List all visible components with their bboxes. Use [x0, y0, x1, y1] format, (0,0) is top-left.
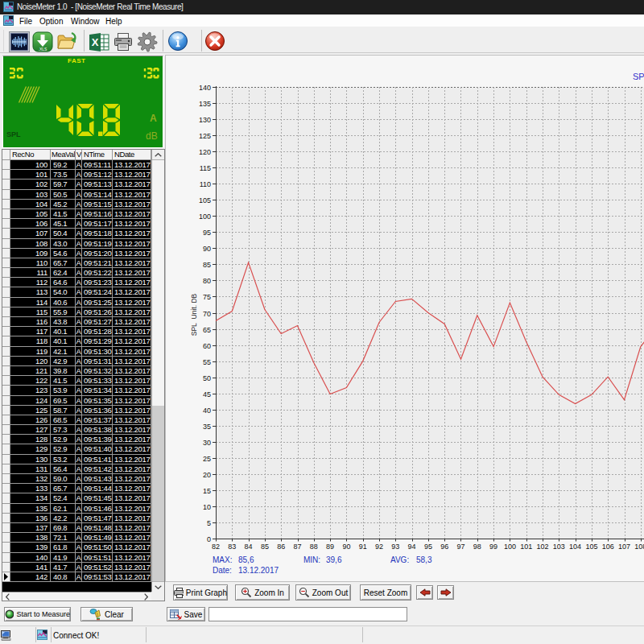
svg-text:75: 75 — [203, 293, 211, 301]
svg-text:115: 115 — [200, 164, 211, 172]
svg-text:30: 30 — [203, 439, 211, 447]
svg-text:25: 25 — [203, 455, 211, 463]
svg-text:65: 65 — [203, 326, 211, 334]
svg-text:91: 91 — [359, 543, 367, 551]
svg-text:80: 80 — [203, 277, 211, 285]
svg-text:83: 83 — [228, 543, 236, 551]
svg-text:10: 10 — [203, 503, 211, 511]
svg-text:105: 105 — [585, 543, 597, 551]
svg-text:99: 99 — [489, 543, 497, 551]
svg-text:130: 130 — [199, 116, 211, 124]
svg-text:135: 135 — [199, 100, 211, 108]
svg-text:105: 105 — [199, 196, 211, 204]
svg-text:110: 110 — [200, 180, 211, 188]
svg-text:70: 70 — [203, 310, 211, 318]
svg-text:84: 84 — [245, 543, 253, 551]
svg-text:20: 20 — [203, 471, 211, 479]
svg-text:88: 88 — [310, 543, 318, 551]
svg-text:106: 106 — [602, 543, 614, 551]
svg-text:89: 89 — [326, 543, 334, 551]
svg-text:SPL: SPL — [633, 72, 644, 81]
svg-text:45: 45 — [203, 390, 211, 398]
svg-text:5: 5 — [207, 519, 211, 527]
svg-text:140: 140 — [199, 84, 211, 92]
svg-text:SPL Unit. DB: SPL Unit. DB — [190, 293, 198, 336]
svg-text:92: 92 — [375, 543, 383, 551]
svg-text:35: 35 — [203, 423, 211, 431]
svg-text:100: 100 — [199, 213, 211, 221]
svg-text:86: 86 — [277, 543, 285, 551]
svg-text:96: 96 — [440, 543, 448, 551]
svg-text:95: 95 — [203, 229, 211, 237]
svg-text:.XLS: .XLS — [39, 47, 48, 52]
svg-text:90: 90 — [342, 543, 350, 551]
svg-text:120: 120 — [199, 148, 211, 156]
svg-text:102: 102 — [536, 543, 548, 551]
svg-text:40: 40 — [203, 407, 211, 415]
svg-text:15: 15 — [203, 487, 211, 495]
svg-text:X: X — [92, 36, 99, 48]
svg-text:97: 97 — [456, 543, 464, 551]
svg-text:85: 85 — [261, 543, 269, 551]
svg-text:104: 104 — [569, 543, 581, 551]
svg-text:85: 85 — [203, 261, 211, 269]
svg-text:55: 55 — [203, 358, 211, 366]
svg-text:0: 0 — [207, 535, 211, 543]
svg-text:95: 95 — [424, 543, 432, 551]
svg-text:94: 94 — [408, 543, 416, 551]
svg-text:60: 60 — [203, 342, 211, 350]
svg-text:108: 108 — [634, 543, 644, 551]
svg-text:125: 125 — [199, 132, 211, 140]
svg-text:100: 100 — [504, 543, 516, 551]
svg-text:90: 90 — [203, 245, 211, 253]
svg-text:101: 101 — [520, 543, 532, 551]
svg-text:107: 107 — [618, 543, 630, 551]
svg-text:87: 87 — [293, 543, 301, 551]
svg-text:50: 50 — [203, 374, 211, 382]
svg-text:93: 93 — [391, 543, 399, 551]
svg-text:98: 98 — [473, 543, 481, 551]
svg-text:103: 103 — [553, 543, 565, 551]
svg-text:82: 82 — [212, 543, 220, 551]
